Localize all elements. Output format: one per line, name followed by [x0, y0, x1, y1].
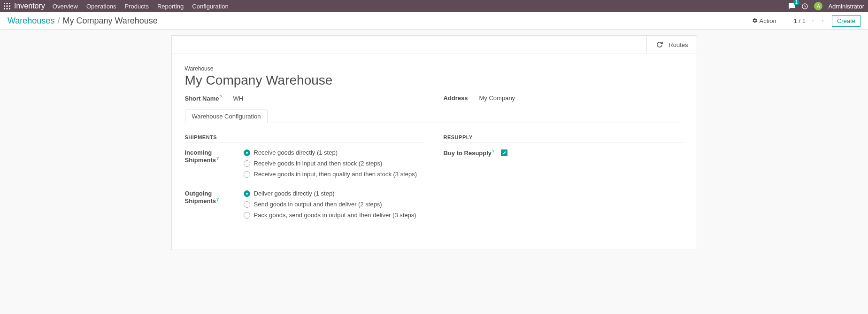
buy-to-resupply-label: Buy to Resupply?: [444, 149, 495, 157]
address-label: Address: [444, 94, 468, 102]
messages-icon[interactable]: 1: [788, 2, 796, 10]
tab-warehouse-config[interactable]: Warehouse Configuration: [185, 110, 268, 123]
top-nav: Inventory Overview Operations Products R…: [0, 0, 868, 12]
create-button[interactable]: Create: [832, 15, 860, 27]
routes-label: Routes: [668, 41, 688, 48]
menu-configuration[interactable]: Configuration: [192, 3, 228, 10]
svg-rect-6: [4, 8, 5, 9]
incoming-label: Incoming Shipments?: [185, 149, 244, 181]
divider: [788, 15, 788, 26]
main-menu: Overview Operations Products Reporting C…: [53, 3, 229, 10]
radio-icon: [244, 212, 250, 219]
messages-badge: 1: [793, 0, 800, 5]
radio-icon: [244, 190, 250, 197]
menu-reporting[interactable]: Reporting: [157, 3, 184, 10]
buy-to-resupply-checkbox[interactable]: [501, 149, 507, 156]
group-resupply: RESUPPLY: [444, 134, 684, 142]
action-dropdown[interactable]: Action: [752, 17, 776, 24]
short-name-label: Short Name?: [185, 94, 222, 102]
chevron-left-icon: [810, 18, 815, 23]
radio-icon: [244, 171, 250, 178]
help-icon[interactable]: ?: [492, 149, 494, 154]
gear-icon: [752, 18, 758, 24]
short-name-value[interactable]: WH: [233, 95, 243, 102]
button-box: Routes: [172, 36, 697, 54]
svg-rect-4: [7, 6, 8, 7]
refresh-icon: [655, 40, 664, 49]
activities-icon[interactable]: [801, 3, 808, 10]
radio-icon: [244, 201, 250, 208]
menu-overview[interactable]: Overview: [53, 3, 78, 10]
outgoing-opt-2[interactable]: Send goods in output and then deliver (2…: [244, 201, 425, 208]
title-label: Warehouse: [185, 65, 684, 72]
avatar[interactable]: A: [814, 2, 822, 10]
menu-operations[interactable]: Operations: [86, 3, 116, 10]
apps-icon[interactable]: [4, 3, 10, 9]
breadcrumb-separator: /: [57, 16, 60, 26]
group-shipments: SHIPMENTS: [185, 134, 425, 142]
incoming-opt-1[interactable]: Receive goods directly (1 step): [244, 149, 425, 156]
tab-list: Warehouse Configuration: [185, 110, 684, 123]
breadcrumb: Warehouses / My Company Warehouse: [8, 16, 158, 26]
svg-rect-7: [7, 8, 8, 9]
svg-rect-5: [9, 6, 10, 7]
address-value[interactable]: My Company: [479, 94, 515, 102]
radio-icon: [244, 149, 250, 156]
svg-rect-2: [9, 3, 10, 4]
pager-next[interactable]: [820, 16, 826, 25]
radio-icon: [244, 160, 250, 167]
form-sheet: Routes Warehouse My Company Warehouse Sh…: [171, 35, 697, 250]
username[interactable]: Administrator: [828, 3, 864, 10]
pager-prev[interactable]: [809, 16, 816, 25]
help-icon[interactable]: ?: [219, 94, 222, 99]
incoming-opt-2[interactable]: Receive goods in input and then stock (2…: [244, 160, 425, 167]
pager: 1 / 1: [794, 16, 826, 25]
help-icon[interactable]: ?: [216, 197, 219, 202]
outgoing-opt-1[interactable]: Deliver goods directly (1 step): [244, 190, 425, 197]
breadcrumb-root[interactable]: Warehouses: [8, 16, 54, 26]
action-label: Action: [760, 17, 776, 24]
svg-rect-3: [4, 6, 5, 7]
help-icon[interactable]: ?: [216, 156, 219, 161]
outgoing-opt-3[interactable]: Pack goods, send goods in output and the…: [244, 212, 425, 219]
chevron-right-icon: [821, 18, 825, 23]
outgoing-label: Outgoing Shipments?: [185, 190, 244, 222]
control-panel: Warehouses / My Company Warehouse Action…: [0, 12, 868, 30]
breadcrumb-current: My Company Warehouse: [62, 16, 157, 26]
page-title[interactable]: My Company Warehouse: [185, 73, 684, 88]
svg-rect-8: [9, 8, 10, 9]
routes-button[interactable]: Routes: [646, 36, 696, 54]
pager-count[interactable]: 1 / 1: [794, 17, 806, 24]
check-icon: [502, 150, 507, 155]
app-brand[interactable]: Inventory: [14, 2, 45, 10]
incoming-opt-3[interactable]: Receive goods in input, then quality and…: [244, 171, 425, 178]
menu-products[interactable]: Products: [125, 3, 149, 10]
svg-rect-0: [4, 3, 5, 4]
svg-rect-1: [7, 3, 8, 4]
